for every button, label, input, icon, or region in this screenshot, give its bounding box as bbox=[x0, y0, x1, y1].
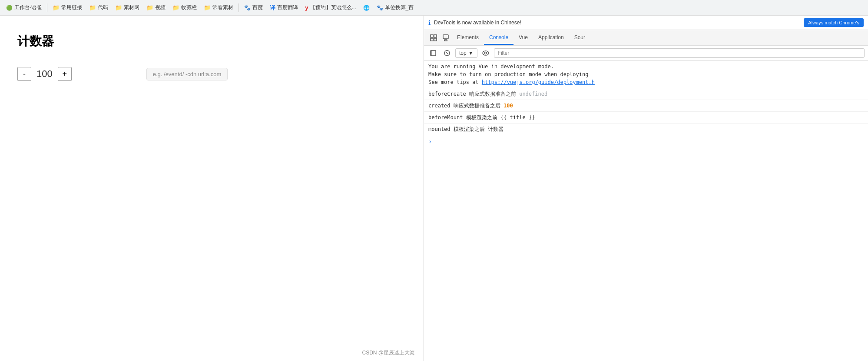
filter-input[interactable] bbox=[494, 48, 865, 58]
devtools-inspect-icon[interactable] bbox=[427, 32, 440, 44]
tab-sources[interactable]: Sour bbox=[569, 31, 590, 45]
devtools-notification: ℹ DevTools is now available in Chinese! … bbox=[424, 16, 868, 30]
bookmark-label: 单位换算_百 bbox=[385, 4, 414, 11]
console-line-beforemount: beforeMount 模板渲染之前 {{ title }} bbox=[424, 112, 868, 124]
bookmark-english[interactable]: y 【预约】英语怎么... bbox=[302, 2, 358, 13]
svg-rect-7 bbox=[431, 50, 436, 56]
folder-icon: 📁 bbox=[146, 4, 153, 11]
svg-rect-0 bbox=[431, 35, 433, 37]
devtools-panel: ℹ DevTools is now available in Chinese! … bbox=[424, 16, 868, 361]
folder-icon: 📁 bbox=[89, 4, 96, 11]
youdao-icon: y bbox=[305, 4, 308, 11]
bookmark-video[interactable]: 📁 视频 bbox=[144, 2, 168, 13]
bookmark-translate[interactable]: 译 百度翻译 bbox=[267, 2, 301, 13]
devtools-tabs: Elements Console Vue Application Sour bbox=[424, 30, 868, 46]
context-dropdown[interactable]: top ▼ bbox=[455, 48, 477, 58]
tab-elements[interactable]: Elements bbox=[452, 31, 484, 45]
decrement-button[interactable]: - bbox=[17, 67, 31, 81]
svg-line-10 bbox=[446, 52, 448, 54]
bookmark-separator bbox=[239, 3, 239, 12]
bookmark-label: 常看素材 bbox=[212, 4, 233, 11]
bookmark-code[interactable]: 📁 代码 bbox=[86, 2, 111, 13]
svg-point-12 bbox=[484, 52, 487, 54]
bookmark-label: 视频 bbox=[155, 4, 166, 11]
translate-icon: 译 bbox=[270, 4, 275, 12]
clear-console-button[interactable] bbox=[441, 47, 453, 59]
bookmark-links[interactable]: 📁 常用链接 bbox=[50, 2, 85, 13]
folder-icon: 📁 bbox=[204, 4, 211, 11]
devtools-toolbar: top ▼ bbox=[424, 46, 868, 61]
bookmark-label: 常用链接 bbox=[61, 4, 82, 11]
bookmark-label: 收藏栏 bbox=[181, 4, 197, 11]
page-title: 计数器 bbox=[17, 33, 406, 50]
notification-text: DevTools is now available in Chinese! bbox=[434, 20, 800, 26]
console-line-mounted: mounted 模板渲染之后 计数器 bbox=[424, 124, 868, 135]
beforecreate-value: undefined bbox=[519, 91, 547, 97]
devtools-device-icon[interactable] bbox=[440, 32, 452, 44]
svg-point-11 bbox=[483, 51, 489, 55]
baidu-icon: 🐾 bbox=[244, 5, 251, 11]
console-output[interactable]: You are running Vue in development mode.… bbox=[424, 61, 868, 361]
page-area: 计数器 - 100 + e.g. /eventd/ -cdn url:a.com… bbox=[0, 16, 424, 361]
bookmark-unit[interactable]: 🐾 单位换算_百 bbox=[374, 2, 417, 13]
svg-rect-1 bbox=[434, 35, 437, 37]
folder-icon: 📁 bbox=[115, 4, 122, 11]
unit-icon: 🐾 bbox=[377, 5, 383, 11]
tab-vue[interactable]: Vue bbox=[514, 31, 533, 45]
bookmark-global[interactable]: 🌐 bbox=[361, 3, 372, 13]
info-icon: ℹ bbox=[428, 19, 431, 26]
bookmark-label: 【预约】英语怎么... bbox=[310, 4, 356, 11]
tab-console[interactable]: Console bbox=[484, 31, 514, 45]
always-match-button[interactable]: Always match Chrome's bbox=[804, 18, 864, 27]
increment-button[interactable]: + bbox=[58, 67, 72, 81]
folder-icon: 📁 bbox=[53, 4, 60, 11]
eye-icon-button[interactable] bbox=[480, 47, 491, 59]
bookmark-label: 素材网 bbox=[124, 4, 139, 11]
vue-deployment-link[interactable]: https://vuejs.org/guide/deployment.h bbox=[482, 79, 595, 85]
bookmark-label: 百度翻译 bbox=[277, 4, 298, 11]
url-hint: e.g. /eventd/ -cdn url:a.com bbox=[146, 68, 228, 80]
bookmark-common[interactable]: 📁 常看素材 bbox=[201, 2, 236, 13]
chevron-down-icon: ▼ bbox=[468, 50, 474, 56]
globe-icon: 🌐 bbox=[363, 5, 370, 11]
console-prompt[interactable]: › bbox=[424, 135, 868, 147]
bookmarks-bar: 🟢 工作台·语雀 📁 常用链接 📁 代码 📁 素材网 📁 视频 📁 收藏栏 📁 … bbox=[0, 0, 868, 16]
svg-rect-4 bbox=[443, 35, 448, 39]
counter-value: 100 bbox=[36, 68, 53, 80]
folder-icon: 📁 bbox=[172, 4, 179, 11]
main-layout: 计数器 - 100 + e.g. /eventd/ -cdn url:a.com… bbox=[0, 16, 868, 361]
sidebar-toggle-button[interactable] bbox=[427, 47, 439, 59]
bookmark-material[interactable]: 📁 素材网 bbox=[113, 2, 142, 13]
bookmark-separator bbox=[47, 3, 47, 12]
svg-rect-2 bbox=[431, 38, 433, 41]
bookmark-favorites[interactable]: 📁 收藏栏 bbox=[170, 2, 199, 13]
bookmark-baidu[interactable]: 🐾 百度 bbox=[242, 2, 265, 13]
console-line-created: created 响应式数据准备之后 100 bbox=[424, 100, 868, 112]
page-footer: CSDN @星辰迷上大海 bbox=[362, 349, 415, 357]
tab-application[interactable]: Application bbox=[533, 31, 569, 45]
created-value: 100 bbox=[504, 103, 513, 109]
counter-row: - 100 + e.g. /eventd/ -cdn url:a.com bbox=[17, 67, 406, 81]
bookmark-label: 工作台·语雀 bbox=[14, 4, 42, 11]
console-line-vue-dev: You are running Vue in development mode.… bbox=[424, 61, 868, 88]
top-label: top bbox=[459, 50, 467, 56]
console-line-beforecreate: beforeCreate 响应式数据准备之前 undefined bbox=[424, 88, 868, 100]
yuque-icon: 🟢 bbox=[6, 5, 13, 11]
bookmark-label: 代码 bbox=[98, 4, 108, 11]
bookmark-label: 百度 bbox=[252, 4, 263, 11]
svg-rect-3 bbox=[434, 38, 437, 41]
bookmark-yuque[interactable]: 🟢 工作台·语雀 bbox=[3, 2, 44, 13]
